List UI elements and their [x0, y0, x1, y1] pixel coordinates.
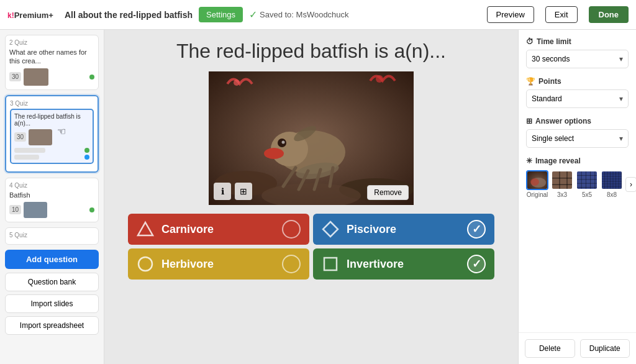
delete-button[interactable]: Delete — [525, 339, 575, 358]
reveal-thumb-original[interactable] — [526, 170, 548, 190]
drag-cursor-icon: ☜ — [57, 125, 66, 137]
quiz2-text: What are other names for this crea... — [9, 48, 94, 66]
info-button[interactable]: ℹ — [214, 183, 231, 200]
points-title: 🏆 Points — [526, 77, 629, 86]
duplicate-button[interactable]: Duplicate — [580, 339, 630, 358]
sidebar-item-quiz4[interactable]: 4 Quiz Batfish 10 — [5, 178, 99, 222]
answer-piscivore-text: Piscivore — [347, 223, 460, 236]
crop-button[interactable]: ⊞ — [235, 183, 252, 200]
svg-marker-18 — [323, 222, 338, 237]
reveal-option-3x3: 3x3 — [551, 170, 573, 198]
points-icon: 🏆 — [526, 77, 535, 86]
reveal-5x5-svg — [577, 171, 598, 190]
answer-options-icon: ⊞ — [526, 117, 532, 125]
quiz4-status-dot — [89, 207, 94, 212]
answer-herbivore[interactable]: Herbivore — [128, 248, 309, 280]
piscivore-check: ✓ — [467, 220, 486, 239]
answer-options-value: Single select — [532, 134, 574, 143]
reveal-option-8x8: 8x8 — [601, 170, 623, 198]
invertivore-check: ✓ — [467, 255, 486, 273]
reveal-label-3x3: 3x3 — [551, 191, 573, 198]
answer-piscivore[interactable]: Piscivore ✓ — [313, 214, 494, 245]
saved-indicator: ✓ Saved to: MsWoodchuck — [249, 9, 349, 20]
import-slides-button[interactable]: Import slides — [5, 294, 99, 313]
quiz4-thumb: 10 — [9, 202, 94, 218]
answer-invertivore-text: Invertivore — [347, 258, 460, 271]
svg-point-19 — [139, 257, 152, 271]
sidebar-item-quiz2[interactable]: 2 Quiz What are other names for this cre… — [5, 35, 99, 90]
time-limit-title: ⏱ Time limit — [526, 37, 629, 46]
app-logo: k!Premium+ — [7, 9, 53, 20]
image-reveal-title: ✳ Image reveal — [526, 157, 629, 165]
points-value: Standard — [532, 94, 562, 103]
clock-icon: ⏱ — [526, 37, 534, 46]
done-button[interactable]: Done — [589, 6, 629, 23]
question-bank-button[interactable]: Question bank — [5, 273, 99, 291]
add-question-button[interactable]: Add question — [5, 250, 99, 269]
quiz-title: All about the red-lipped batfish — [65, 10, 193, 20]
answer-options-section: ⊞ Answer options Single select ▾ — [526, 117, 629, 148]
answers-grid: Carnivore Piscivore ✓ Herbi — [128, 214, 494, 280]
quiz2-badge: 30 — [9, 72, 21, 81]
svg-point-8 — [282, 141, 285, 144]
reveal-option-original: Original — [526, 170, 548, 198]
saved-text: Saved to: MsWoodchuck — [260, 10, 349, 19]
import-spreadsheet-button[interactable]: Import spreadsheet — [5, 316, 99, 335]
triangle-icon — [137, 221, 154, 238]
time-limit-section: ⏱ Time limit 30 seconds ▾ — [526, 37, 629, 68]
answer-carnivore-text: Carnivore — [161, 223, 275, 236]
right-panel: ⏱ Time limit 30 seconds ▾ 🏆 Points Stand… — [518, 30, 636, 364]
points-select[interactable]: Standard ▾ — [526, 89, 629, 108]
quiz2-status-dot — [89, 75, 94, 80]
answer-invertivore[interactable]: Invertivore ✓ — [313, 248, 494, 280]
exit-button[interactable]: Exit — [545, 6, 578, 23]
reveal-original-svg — [527, 171, 548, 190]
svg-marker-17 — [138, 222, 153, 235]
quiz4-label: 4 Quiz — [9, 182, 94, 189]
sidebar-item-quiz3[interactable]: 3 Quiz The red-lipped batfish is a(n)...… — [5, 95, 99, 173]
answer-carnivore[interactable]: Carnivore — [128, 214, 309, 245]
content-area: The red-lipped batfish is a(n)... — [104, 30, 518, 364]
sidebar-item-quiz5[interactable]: 5 Quiz — [5, 227, 99, 245]
reveal-thumb-8x8[interactable] — [601, 170, 623, 190]
time-limit-arrow-icon: ▾ — [619, 55, 623, 63]
svg-rect-20 — [324, 258, 337, 270]
points-label: Points — [538, 77, 561, 86]
quiz4-text: Batfish — [9, 191, 94, 199]
reveal-next-button[interactable]: › — [625, 177, 636, 192]
reveal-label-original: Original — [526, 191, 548, 198]
reveal-thumb-5x5[interactable] — [576, 170, 598, 190]
question-title: The red-lipped batfish is a(n)... — [176, 40, 446, 63]
answer-options-arrow-icon: ▾ — [619, 134, 623, 143]
topbar: k!Premium+ All about the red-lipped batf… — [0, 0, 636, 30]
quiz3-bar2 — [14, 155, 39, 160]
reveal-option-5x5: 5x5 — [576, 170, 598, 198]
reveal-3x3-svg — [552, 171, 573, 190]
image-reveal-icon: ✳ — [526, 157, 532, 165]
invertivore-check-mark: ✓ — [472, 257, 481, 271]
fish-image-container: ℹ ⊞ Remove — [209, 71, 414, 205]
reveal-thumb-3x3[interactable] — [551, 170, 573, 190]
quiz3-badge: 30 — [14, 132, 26, 142]
svg-point-23 — [530, 178, 539, 186]
right-panel-footer: Delete Duplicate — [519, 332, 636, 364]
reveal-8x8-svg — [602, 171, 623, 190]
right-panel-scroll: ⏱ Time limit 30 seconds ▾ 🏆 Points Stand… — [519, 30, 636, 332]
square-icon — [322, 255, 339, 273]
quiz3-label: 3 Quiz — [10, 100, 94, 107]
quiz3-inner-card: The red-lipped batfish is a(n)... 30 ☜ — [10, 109, 94, 164]
image-reveal-label: Image reveal — [535, 157, 581, 165]
answer-options-select[interactable]: Single select ▾ — [526, 129, 629, 148]
preview-button[interactable]: Preview — [487, 6, 534, 23]
time-limit-select[interactable]: 30 seconds ▾ — [526, 50, 629, 68]
herbivore-check — [282, 255, 301, 273]
quiz3-status-dot1 — [84, 148, 89, 153]
remove-image-button[interactable]: Remove — [367, 185, 409, 200]
settings-button[interactable]: Settings — [199, 7, 243, 22]
quiz3-inner-text: The red-lipped batfish is a(n)... — [14, 113, 89, 127]
quiz3-status-dot2 — [84, 155, 89, 160]
time-limit-label: Time limit — [537, 37, 571, 46]
main-layout: 2 Quiz What are other names for this cre… — [0, 30, 636, 364]
sidebar: 2 Quiz What are other names for this cre… — [0, 30, 104, 364]
reveal-options: Original 3x3 — [526, 170, 629, 198]
